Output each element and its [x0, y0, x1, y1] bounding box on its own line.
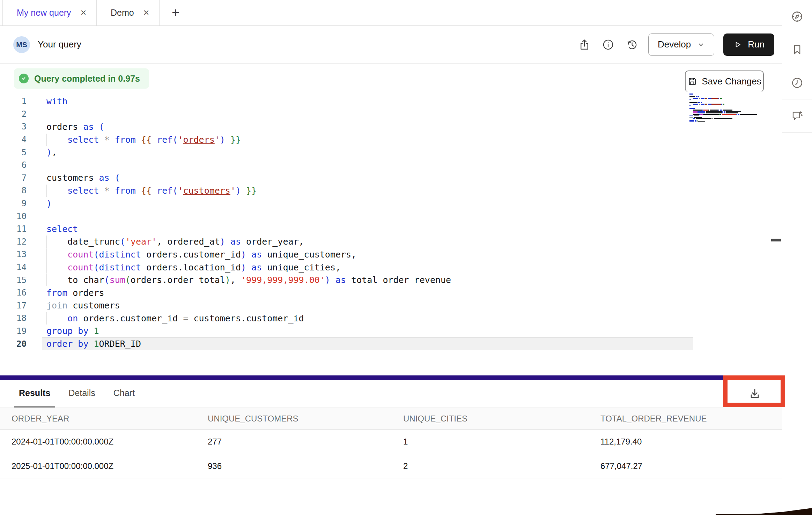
new-tab-button[interactable]: + — [160, 0, 192, 25]
code-token — [346, 275, 351, 285]
check-circle-icon — [19, 74, 29, 83]
minimap-segment — [698, 96, 699, 97]
save-icon — [687, 76, 697, 86]
table-cell: 2 — [392, 461, 589, 471]
code-token — [188, 313, 193, 323]
close-icon[interactable]: ✕ — [80, 9, 87, 17]
minimap-segment — [689, 118, 693, 119]
code-token — [46, 237, 67, 247]
editor-tab-my-new-query[interactable]: My new query✕ — [3, 0, 97, 25]
code-token — [78, 313, 83, 323]
code-token: ordered_at — [167, 237, 220, 247]
table-cell: 2024-01-01T00:00:00.000Z — [0, 437, 196, 447]
sidebar-history-icon[interactable] — [782, 66, 812, 99]
code-token: ) — [220, 135, 225, 145]
code-token: ) — [46, 147, 52, 157]
panel-resize-splitter[interactable] — [0, 375, 782, 380]
code-line[interactable]: 6 — [0, 159, 782, 172]
code-line[interactable]: 9) — [0, 197, 782, 210]
minimap-segment — [689, 115, 693, 117]
code-text: on orders.customer_id = customers.custom… — [27, 313, 304, 323]
code-token — [162, 237, 167, 247]
line-number: 6 — [0, 160, 27, 170]
code-token: ref — [157, 186, 172, 196]
column-header: ORDER_YEAR — [0, 414, 196, 424]
code-line[interactable]: 3orders as ( — [0, 120, 782, 133]
code-line[interactable]: 5), — [0, 146, 782, 159]
line-number: 9 — [0, 199, 27, 208]
code-text: join customers — [27, 300, 120, 311]
code-token — [88, 339, 94, 349]
code-line[interactable]: 2 — [0, 108, 782, 121]
code-token: group — [46, 326, 73, 336]
code-line[interactable]: 18 on orders.customer_id = customers.cus… — [0, 312, 782, 325]
sql-editor[interactable]: 1with23orders as (4 select * from {{ ref… — [0, 91, 782, 375]
code-line[interactable]: 15 to_char(sum(orders.order_total), '999… — [0, 274, 782, 286]
editor-scrollbar-thumb[interactable] — [771, 239, 781, 241]
code-token: count — [67, 249, 94, 260]
code-line[interactable]: 4 select * from {{ ref('orders') }} — [0, 133, 782, 146]
code-line[interactable]: 13 count(distinct orders.customer_id) as… — [0, 248, 782, 261]
download-results-button[interactable] — [747, 385, 762, 403]
code-line[interactable]: 8 select * from {{ ref('customers') }} — [0, 184, 782, 197]
code-token: order_year, — [246, 237, 304, 247]
sidebar-compass-icon[interactable] — [782, 0, 812, 33]
code-line[interactable]: 16from orders — [0, 286, 782, 299]
line-number: 4 — [0, 135, 27, 144]
minimap-segment — [706, 111, 722, 112]
code-line[interactable]: 7customers as ( — [0, 172, 782, 185]
code-token: by — [78, 339, 88, 349]
develop-dropdown[interactable]: Develop — [648, 33, 714, 56]
sidebar-bookmark-icon[interactable] — [782, 33, 812, 66]
minimap-segment — [698, 112, 705, 113]
table-cell: 1 — [392, 437, 589, 447]
info-icon[interactable] — [601, 37, 615, 52]
minimap-segment — [697, 120, 699, 121]
results-tab-bar: ResultsDetailsChart — [0, 380, 782, 408]
code-text: count(distinct orders.location_id) as un… — [27, 262, 341, 273]
code-line[interactable]: 10 — [0, 210, 782, 223]
code-line[interactable]: 20order by 1ORDER_ID — [0, 337, 782, 350]
line-number: 16 — [0, 288, 27, 298]
code-text: select — [27, 224, 78, 234]
minimap-segment — [706, 112, 722, 113]
code-token — [246, 262, 251, 273]
minimap-segment — [689, 94, 693, 95]
run-button[interactable]: Run — [723, 33, 774, 56]
share-icon[interactable] — [577, 37, 592, 52]
code-line[interactable]: 17join customers — [0, 299, 782, 312]
save-changes-button[interactable]: Save Changes — [685, 70, 764, 92]
results-tab-details[interactable]: Details — [64, 380, 100, 408]
code-line[interactable]: 14 count(distinct orders.location_id) as… — [0, 261, 782, 274]
code-token: select — [67, 186, 99, 196]
code-token: ' — [215, 135, 220, 145]
version-history-icon[interactable] — [625, 37, 639, 52]
code-line[interactable]: 12 date_trunc('year', ordered_at) as ord… — [0, 236, 782, 248]
code-token: 1 — [94, 326, 99, 336]
line-number: 8 — [0, 186, 27, 195]
code-token: orders.customer_id — [146, 249, 241, 260]
code-token — [141, 249, 146, 260]
code-line[interactable]: 19group by 1 — [0, 325, 782, 338]
code-token: as — [335, 275, 346, 285]
code-line[interactable]: 11select — [0, 223, 782, 236]
line-number: 12 — [0, 237, 27, 247]
tab-label: My new query — [17, 8, 71, 18]
page-title: Your query — [38, 39, 81, 50]
code-token — [136, 186, 141, 196]
results-tab-results[interactable]: Results — [14, 380, 55, 408]
line-number: 10 — [0, 211, 27, 221]
code-text: ), — [27, 147, 57, 157]
results-tab-chart[interactable]: Chart — [109, 380, 140, 408]
line-number: 2 — [0, 109, 27, 119]
editor-tab-demo[interactable]: Demo✕ — [97, 0, 160, 25]
minimap-segment — [696, 118, 711, 119]
code-line[interactable]: 1with — [0, 95, 782, 108]
code-token: sum — [110, 275, 125, 285]
sidebar-ai-chat-icon[interactable] — [782, 99, 812, 133]
close-icon[interactable]: ✕ — [143, 9, 149, 17]
editor-minimap[interactable] — [689, 94, 773, 124]
minimap-segment — [698, 111, 705, 112]
code-token: ( — [120, 237, 125, 247]
code-token — [262, 262, 267, 273]
